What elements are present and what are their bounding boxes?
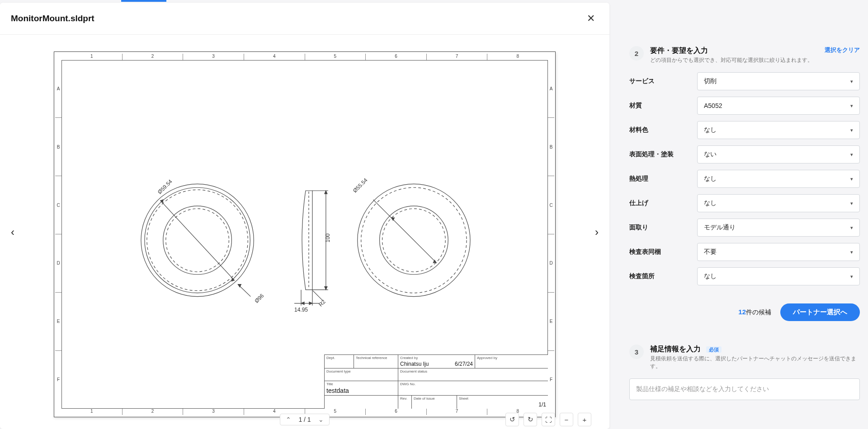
field-select-1[interactable]: A5052▾ (697, 97, 860, 115)
notes-textarea[interactable]: 製品仕様の補足や相談などを入力してください (629, 378, 860, 400)
chevron-up-icon: ⌃ (286, 416, 291, 423)
step2-header: 2 要件・要望を入力 どの項目からでも選択でき、対応可能な選択肢に絞り込まれます… (629, 46, 860, 64)
dim-d5: 14.95 (294, 306, 308, 312)
caret-down-icon: ▾ (850, 127, 853, 133)
tb-title-label: Title (326, 382, 396, 386)
caret-down-icon: ▾ (850, 103, 853, 109)
tb-dateissue-label: Date of issue (414, 396, 455, 401)
rotate-ccw-button[interactable]: ↺ (505, 413, 519, 426)
rotate-cw-button[interactable]: ↻ (524, 413, 537, 426)
tb-techref-label: Technical reference (356, 356, 396, 360)
ruler-row: B (548, 117, 554, 176)
requirement-fields: サービス切削▾材質A5052▾材料色なし▾表面処理・塗装ない▾熱処理なし▾仕上げ… (629, 72, 860, 285)
field-value: A5052 (704, 102, 722, 109)
tb-date-value: 6/27/24 (455, 360, 473, 367)
ruler-row: C (55, 176, 61, 234)
prev-page-arrow[interactable]: ‹ (6, 221, 19, 243)
dim-d4: 100 (325, 233, 331, 242)
step2-number: 2 (629, 46, 644, 61)
tb-createdby-value: Chinatsu Iju (400, 360, 429, 367)
ruler-col: 3 (183, 54, 244, 60)
form-row: 表面処理・塗装ない▾ (629, 145, 860, 163)
field-value: ない (704, 150, 717, 159)
tb-docstatus-label: Document status (400, 369, 546, 373)
ruler-row: D (55, 234, 61, 292)
close-icon: ✕ (587, 13, 595, 24)
svg-line-20 (392, 218, 437, 263)
expand-icon: ⛶ (545, 416, 552, 424)
form-row: 検査箇所なし▾ (629, 267, 860, 285)
tb-dwgno-label: DWG No. (400, 382, 546, 386)
ruler-row: E (548, 292, 554, 350)
field-select-7[interactable]: 不要▾ (697, 243, 860, 261)
page-down-button[interactable]: ⌄ (316, 415, 326, 424)
main-layout: MonitorMount.sldprt ✕ ‹ › 12345678 12345… (0, 0, 868, 429)
ruler-top: 12345678 (61, 54, 548, 60)
field-label: 仕上げ (629, 199, 697, 207)
close-button[interactable]: ✕ (583, 11, 599, 26)
ruler-row: F (548, 350, 554, 409)
zoom-in-button[interactable]: + (578, 413, 591, 426)
field-select-2[interactable]: なし▾ (697, 121, 860, 139)
tb-approvedby-label: Approved by (477, 356, 546, 360)
candidate-count-number: 12 (738, 308, 746, 316)
clear-selection-button[interactable]: 選択をクリア (825, 46, 860, 54)
form-row: サービス切削▾ (629, 72, 860, 90)
step3-header: 3 補足情報を入力 必須 見積依頼を送信する際に、選択したパートナーへチャットの… (629, 345, 860, 370)
ruler-col: 5 (305, 54, 366, 60)
ruler-col: 7 (426, 54, 487, 60)
chevron-down-icon: ⌄ (318, 416, 324, 423)
dim-d6: R2 (317, 298, 327, 308)
step2-title: 要件・要望を入力 (650, 46, 819, 56)
document-title: MonitorMount.sldprt (11, 14, 94, 23)
form-row: 面取りモデル通り▾ (629, 219, 860, 237)
field-label: 材質 (629, 102, 697, 110)
viewer-toolbar: ⌃ 1 / 1 ⌄ ↺ ↻ ⛶ − + (0, 414, 609, 425)
field-label: 検査表同梱 (629, 248, 697, 256)
field-select-6[interactable]: モデル通り▾ (697, 219, 860, 237)
field-label: 検査箇所 (629, 272, 697, 280)
rotate-cw-icon: ↻ (528, 415, 533, 424)
field-select-3[interactable]: ない▾ (697, 145, 860, 163)
field-value: 不要 (704, 248, 717, 256)
document-header: MonitorMount.sldprt ✕ (0, 3, 609, 35)
zoom-out-button[interactable]: − (560, 413, 573, 426)
caret-down-icon: ▾ (850, 176, 853, 182)
caret-down-icon: ▾ (850, 249, 853, 255)
next-page-arrow[interactable]: › (590, 221, 603, 243)
field-label: 材料色 (629, 126, 697, 134)
ruler-col: 2 (122, 54, 183, 60)
ruler-right: ABCDEF (548, 60, 554, 409)
form-row: 仕上げなし▾ (629, 194, 860, 212)
page-indicator: 1 / 1 (297, 416, 312, 423)
caret-down-icon: ▾ (850, 225, 853, 231)
field-label: 表面処理・塗装 (629, 150, 697, 159)
ruler-row: A (55, 60, 61, 118)
top-tab-indicator (121, 0, 166, 2)
right-panel: 2 要件・要望を入力 どの項目からでも選択でき、対応可能な選択肢に絞り込まれます… (609, 0, 868, 429)
field-value: なし (704, 175, 717, 183)
chevron-left-icon: ‹ (11, 226, 14, 238)
field-select-5[interactable]: なし▾ (697, 194, 860, 212)
form-row: 材質A5052▾ (629, 97, 860, 115)
ruler-row: D (548, 234, 554, 292)
form-scroll[interactable]: 2 要件・要望を入力 どの項目からでも選択でき、対応可能な選択肢に絞り込まれます… (629, 0, 862, 429)
field-value: なし (704, 126, 717, 134)
page-up-button[interactable]: ⌃ (283, 415, 294, 424)
tb-doctype-label: Document type (326, 369, 396, 373)
caret-down-icon: ▾ (850, 79, 853, 84)
ruler-row: A (548, 60, 554, 118)
field-select-4[interactable]: なし▾ (697, 170, 860, 188)
field-select-8[interactable]: なし▾ (697, 267, 860, 285)
form-row: 材料色なし▾ (629, 121, 860, 139)
dim-d2: Ø96 (253, 292, 265, 304)
fit-button[interactable]: ⛶ (542, 413, 555, 426)
partner-select-button[interactable]: パートナー選択へ (780, 303, 860, 321)
field-value: なし (704, 199, 717, 207)
drawing-canvas[interactable]: 12345678 12345678 ABCDEF ABCDEF (54, 51, 556, 417)
ruler-row: B (55, 117, 61, 176)
dim-d3: Ø55.54 (352, 177, 369, 194)
chevron-right-icon: › (595, 226, 599, 238)
field-select-0[interactable]: 切削▾ (697, 72, 860, 90)
step3-number: 3 (629, 345, 644, 359)
